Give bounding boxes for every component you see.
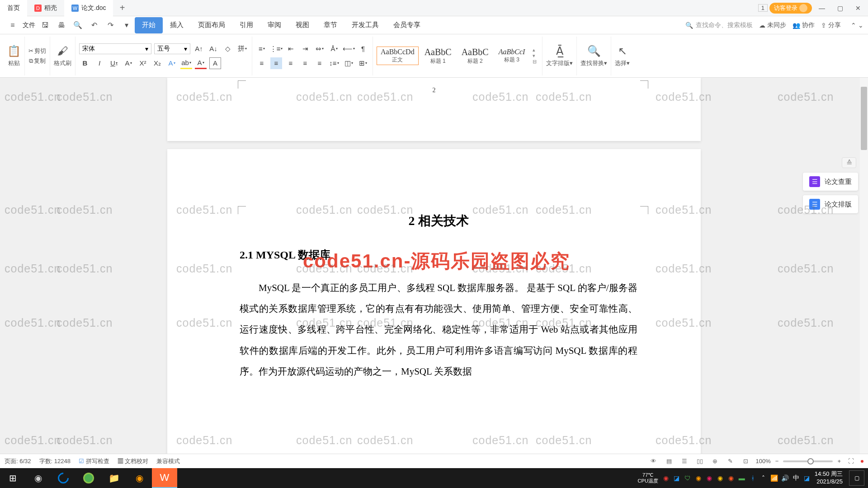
action-center-button[interactable]: ▢ [849, 470, 864, 486]
copy-button[interactable]: ⧉复制 [29, 57, 46, 65]
menu-layout[interactable]: 页面布局 [191, 17, 232, 33]
align-left-button[interactable]: ≡ [256, 57, 268, 69]
side-panel-toggle[interactable]: ≙ [842, 157, 856, 168]
hamburger-icon[interactable]: ≡ [5, 17, 21, 33]
find-replace-button[interactable]: 查找替换▾ [580, 59, 607, 67]
tray-icon[interactable]: ◉ [716, 474, 724, 482]
italic-button[interactable]: I [94, 57, 105, 69]
show-marks-button[interactable]: ¶ [357, 43, 369, 55]
tab-home[interactable]: 首页 [0, 0, 27, 16]
zoom-slider[interactable] [783, 460, 833, 462]
browser360-button[interactable] [76, 468, 101, 488]
annotate-icon[interactable]: ✎ [725, 456, 736, 467]
web-view-icon[interactable]: ⊕ [710, 456, 721, 467]
style-scroll-down[interactable]: ▾ [533, 53, 537, 59]
number-list-button[interactable]: ⋮≡ [270, 43, 282, 55]
shading-button[interactable]: ◫ [343, 57, 354, 69]
tray-icon[interactable]: ◉ [705, 474, 713, 482]
tray-icon[interactable]: ◉ [694, 474, 703, 482]
increase-indent-button[interactable]: ⇥ [299, 43, 311, 55]
bullet-list-button[interactable]: ≡ [256, 43, 268, 55]
menu-start[interactable]: 开始 [135, 17, 163, 33]
menu-member[interactable]: 会员专享 [386, 17, 428, 33]
menu-review[interactable]: 审阅 [260, 17, 288, 33]
strikethrough-button[interactable]: A [123, 57, 134, 69]
page-view-icon[interactable]: ▤ [664, 456, 675, 467]
ribbon-expand-icon[interactable]: ⌄ [858, 22, 863, 29]
grow-font-button[interactable]: A↑ [193, 43, 205, 55]
zoom-in-button[interactable]: + [837, 458, 841, 465]
line-spacing-button[interactable]: ↕≡ [328, 57, 340, 69]
sync-status[interactable]: ☁ 未同步 [759, 21, 786, 29]
char-border-button[interactable]: A [209, 57, 221, 69]
tray-icon[interactable]: 🛡 [684, 474, 692, 482]
document-viewport[interactable]: 2 2 相关技术 2.1 MYSQL 数据库 MySQL 是一个真正的多员工用户… [0, 78, 868, 468]
wps-button[interactable]: W [152, 468, 177, 488]
new-tab-button[interactable]: + [113, 3, 131, 13]
cpu-temp-widget[interactable]: 77℃ CPU温度 [638, 472, 658, 484]
start-button[interactable]: ⊞ [0, 468, 25, 488]
undo-icon[interactable]: ↶ [86, 17, 102, 33]
sort-button[interactable]: ⟵ [343, 43, 354, 55]
superscript-button[interactable]: X² [137, 57, 149, 69]
font-size-select[interactable]: 五号▾ [154, 43, 190, 54]
decrease-indent-button[interactable]: ⇤ [285, 43, 297, 55]
tab-document[interactable]: W 论文.doc [64, 0, 113, 16]
doc-heading-section[interactable]: 2.1 MYSQL 数据库 [240, 248, 637, 262]
align-center-button[interactable]: ≡ [270, 57, 282, 69]
status-wordcount[interactable]: 字数: 12248 [39, 457, 71, 465]
select-button[interactable]: 选择▾ [615, 59, 630, 67]
bold-button[interactable]: B [79, 57, 91, 69]
style-heading3[interactable]: AaBbCcI 标题 3 [495, 47, 529, 65]
ribbon-collapse-icon[interactable]: ⌃ [851, 22, 856, 29]
style-expand[interactable]: ⊟ [533, 59, 537, 65]
style-heading2[interactable]: AaBbC 标题 2 [458, 46, 493, 66]
paper-layout-button[interactable]: ☰ 论文排版 [803, 195, 858, 213]
status-proofread[interactable]: ☰ 文档校对 [118, 457, 149, 465]
shrink-font-button[interactable]: A↓ [208, 43, 219, 55]
explorer-button[interactable]: 📁 [101, 468, 127, 488]
tab-button[interactable]: Å [328, 43, 340, 55]
ie-button[interactable] [51, 468, 76, 488]
cut-button[interactable]: ✂剪切 [28, 47, 46, 55]
more-qat-icon[interactable]: ▾ [118, 17, 135, 33]
tray-icon[interactable]: ◪ [803, 474, 811, 482]
zoom-thumb[interactable] [807, 458, 814, 465]
ime-indicator[interactable]: 中 [792, 474, 800, 482]
window-indicator[interactable]: 1 [758, 4, 768, 12]
tab-docer[interactable]: D 稻壳 [27, 0, 64, 16]
tray-icon[interactable]: ◉ [662, 474, 670, 482]
doc-paragraph[interactable]: MySQL 是一个真正的多员工用户、多线程 SQL 数据库服务器。 是基于 SQ… [240, 277, 637, 382]
reading-view-icon[interactable]: ▯▯ [694, 456, 705, 467]
scrollbar-thumb[interactable] [861, 87, 867, 150]
menu-reference[interactable]: 引用 [232, 17, 260, 33]
print-icon[interactable]: 🖶 [53, 17, 70, 33]
login-button[interactable]: 访客登录 [769, 3, 812, 14]
maximize-button[interactable]: ▢ [832, 0, 848, 16]
underline-button[interactable]: U [108, 57, 120, 69]
clock[interactable]: 14:50 周三 2021/8/25 [815, 470, 843, 486]
close-button[interactable]: ✕ [850, 0, 866, 16]
paste-button[interactable]: 粘贴 [8, 59, 20, 67]
menu-chapter[interactable]: 章节 [316, 17, 344, 33]
redo-icon[interactable]: ↷ [102, 17, 118, 33]
paper-check-button[interactable]: ☰ 论文查重 [803, 173, 858, 191]
style-heading1[interactable]: AaBbC 标题 1 [420, 46, 456, 66]
border-button[interactable]: ⊞ [357, 57, 369, 69]
menu-view[interactable]: 视图 [288, 17, 316, 33]
outline-view-icon[interactable]: ☰ [679, 456, 690, 467]
menu-insert[interactable]: 插入 [163, 17, 191, 33]
tray-icon[interactable]: ◪ [673, 474, 681, 482]
menu-devtools[interactable]: 开发工具 [344, 17, 386, 33]
status-page[interactable]: 页面: 6/32 [5, 457, 31, 465]
system-tray[interactable]: ◉ ◪ 🛡 ◉ ◉ ◉ ◉ ▬ ᚼ ˄ 📶 🔊 中 ◪ [662, 474, 811, 482]
text-effect-button[interactable]: A [166, 57, 178, 69]
distribute-button[interactable]: ≡ [314, 57, 326, 69]
vertical-scrollbar[interactable] [860, 78, 868, 468]
save-icon[interactable]: 🖫 [37, 17, 53, 33]
text-layout-button[interactable]: 文字排版▾ [546, 59, 573, 67]
eye-icon[interactable]: 👁 [648, 456, 659, 467]
style-normal[interactable]: AaBbCcDd 正文 [377, 47, 419, 65]
clear-format-button[interactable]: ◇ [222, 43, 234, 55]
font-name-select[interactable]: 宋体▾ [79, 43, 151, 54]
